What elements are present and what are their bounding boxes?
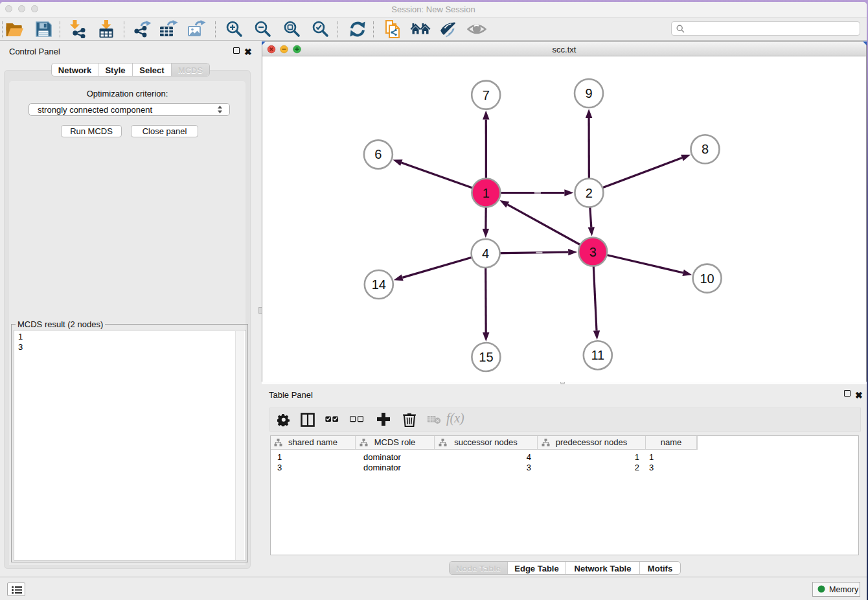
svg-text:15: 15 [479, 350, 493, 364]
svg-text:10: 10 [700, 271, 714, 286]
svg-text:9: 9 [585, 86, 592, 100]
svg-text:14: 14 [372, 277, 386, 292]
svg-text:7: 7 [483, 88, 490, 102]
svg-text:6: 6 [374, 147, 382, 161]
svg-text:8: 8 [702, 142, 709, 156]
svg-text:1: 1 [483, 186, 490, 200]
svg-text:4: 4 [482, 246, 489, 260]
svg-text:2: 2 [586, 186, 593, 200]
svg-text:11: 11 [591, 348, 604, 362]
svg-text:3: 3 [589, 245, 597, 259]
